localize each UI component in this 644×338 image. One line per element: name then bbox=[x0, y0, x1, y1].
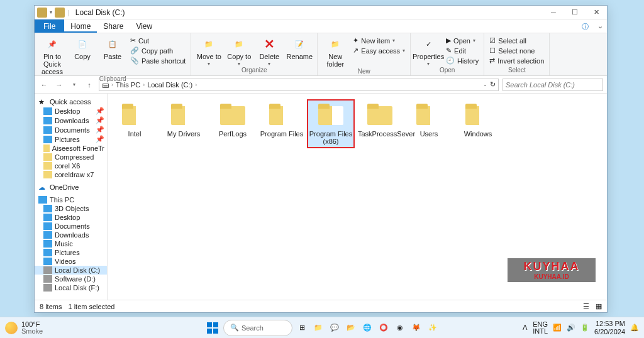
invert-selection-button[interactable]: ⇄Invert selection bbox=[488, 56, 545, 65]
tree-tppics[interactable]: Pictures bbox=[35, 248, 107, 257]
select-all-button[interactable]: ☑Select all bbox=[488, 36, 545, 45]
new-folder-button[interactable]: 📁New folder bbox=[321, 35, 349, 68]
select-none-button[interactable]: ☐Select none bbox=[488, 46, 545, 55]
tree-thispc[interactable]: This PC bbox=[35, 195, 107, 204]
tree-localc[interactable]: Local Disk (C:) bbox=[35, 266, 107, 275]
view-tab[interactable]: View bbox=[130, 19, 158, 33]
tree-compressed[interactable]: Compressed bbox=[35, 153, 107, 161]
home-tab[interactable]: Home bbox=[64, 19, 97, 33]
tree-tpdocs[interactable]: Documents bbox=[35, 222, 107, 231]
folder-pane[interactable]: Intel My Drivers PerfLogs Program Files … bbox=[108, 94, 607, 300]
folder-intel[interactable]: Intel bbox=[111, 100, 158, 148]
notifications-icon[interactable]: 🔔 bbox=[630, 324, 639, 332]
firefox-icon[interactable]: 🦊 bbox=[409, 321, 423, 335]
new-item-button[interactable]: ✦New item▾ bbox=[352, 36, 406, 45]
crumb-localc[interactable]: Local Disk (C:) bbox=[147, 81, 192, 89]
folder-mydrivers[interactable]: My Drivers bbox=[160, 100, 207, 148]
maximize-button[interactable]: ☐ bbox=[564, 6, 586, 19]
weather-cond: Smoke bbox=[21, 328, 43, 335]
tree-coreldraw[interactable]: coreldraw x7 bbox=[35, 170, 107, 179]
nav-tree[interactable]: ★Quick access Desktop📌 Downloads📌 Docume… bbox=[35, 94, 108, 300]
back-button[interactable]: ← bbox=[38, 79, 50, 90]
folder-taskprocess[interactable]: TaskProcessSever bbox=[357, 100, 403, 148]
tree-desktop[interactable]: Desktop📌 bbox=[35, 106, 107, 116]
tree-documents[interactable]: Documents📌 bbox=[35, 125, 107, 134]
wifi-icon[interactable]: 📶 bbox=[553, 324, 562, 332]
address-bar[interactable]: 🖴 › This PC › Local Disk (C:) › ⌄ ↻ bbox=[99, 79, 499, 91]
crumb-thispc[interactable]: This PC bbox=[116, 81, 140, 89]
folder-windows[interactable]: Windows bbox=[455, 100, 501, 148]
tree-onedrive[interactable]: ☁OneDrive bbox=[35, 183, 107, 192]
taskbar-search[interactable]: 🔍 Search bbox=[223, 320, 292, 336]
up-button[interactable]: ↑ bbox=[84, 79, 95, 90]
close-button[interactable]: ✕ bbox=[586, 6, 607, 19]
paste-button[interactable]: 📋Paste bbox=[99, 35, 126, 60]
tree-music[interactable]: Music bbox=[35, 239, 107, 248]
folder-programfiles-x86[interactable]: Program Files (x86) bbox=[308, 100, 354, 148]
view-large-icon[interactable]: ▦ bbox=[596, 302, 602, 310]
tree-videos[interactable]: Videos bbox=[35, 257, 107, 266]
open-button[interactable]: ▶Open▾ bbox=[445, 36, 480, 45]
lang-line1[interactable]: ENG bbox=[533, 321, 548, 328]
start-button[interactable] bbox=[204, 320, 221, 336]
volume-icon[interactable]: 🔊 bbox=[567, 324, 575, 332]
collapse-ribbon-icon[interactable]: ⌄ bbox=[594, 19, 607, 33]
folder-perflogs[interactable]: PerfLogs bbox=[209, 100, 256, 148]
shortcut-icon: 📎 bbox=[130, 57, 139, 65]
drive-icon: 🖴 bbox=[102, 81, 109, 89]
chrome-icon[interactable]: ⭕ bbox=[377, 321, 391, 335]
taskbar[interactable]: 100°F Smoke 🔍 Search ⊞ 📁 💬 📂 🌐 ⭕ ◉ 🦊 ✨ ᐱ… bbox=[0, 317, 644, 338]
share-tab[interactable]: Share bbox=[97, 19, 130, 33]
edit-button[interactable]: ✎Edit bbox=[445, 46, 480, 55]
view-details-icon[interactable]: ☰ bbox=[583, 302, 589, 310]
dell-icon[interactable]: ◉ bbox=[393, 321, 407, 335]
qat-dropdown-icon[interactable]: ▾ bbox=[50, 9, 52, 15]
history-dropdown[interactable]: ▾ bbox=[69, 79, 80, 90]
tree-quick-access[interactable]: ★Quick access bbox=[35, 97, 107, 106]
properties-button[interactable]: ✓Properties▾ bbox=[414, 35, 442, 67]
history-button[interactable]: 🕘History bbox=[445, 56, 480, 65]
folder-icon bbox=[55, 8, 65, 18]
explorer-icon[interactable]: 📁 bbox=[311, 321, 325, 335]
tree-3dobjects[interactable]: 3D Objects bbox=[35, 204, 107, 213]
move-to-button[interactable]: 📁Move to▾ bbox=[195, 35, 223, 67]
tree-aiseesoft[interactable]: Aiseesoft FoneTr bbox=[35, 144, 107, 153]
tree-tpdesktop[interactable]: Desktop bbox=[35, 213, 107, 222]
file-tab[interactable]: File bbox=[35, 19, 64, 33]
copilot-icon[interactable]: ✨ bbox=[426, 321, 440, 335]
tree-softd[interactable]: Software (D:) bbox=[35, 275, 107, 283]
copy-button[interactable]: 📄Copy bbox=[69, 35, 96, 60]
weather-widget[interactable]: 100°F Smoke bbox=[5, 321, 43, 335]
minimize-button[interactable]: ─ bbox=[543, 6, 564, 19]
tree-pictures[interactable]: Pictures📌 bbox=[35, 134, 107, 144]
edge-icon[interactable]: 🌐 bbox=[360, 321, 374, 335]
folder-icon bbox=[365, 102, 395, 128]
tray-chevron-icon[interactable]: ᐱ bbox=[523, 324, 528, 332]
battery-icon[interactable]: 🔋 bbox=[580, 324, 589, 332]
help-icon[interactable]: ⓘ bbox=[577, 19, 594, 33]
copy-to-button[interactable]: 📁Copy to▾ bbox=[225, 35, 253, 67]
explorer2-icon[interactable]: 📂 bbox=[344, 321, 358, 335]
tree-tpdown[interactable]: Downloads bbox=[35, 231, 107, 239]
folder-programfiles[interactable]: Program Files bbox=[258, 100, 305, 148]
easy-access-button[interactable]: ↗Easy access▾ bbox=[352, 46, 406, 55]
pin-button[interactable]: 📌Pin to Quick access bbox=[38, 35, 66, 75]
search-input[interactable] bbox=[502, 79, 603, 91]
clock[interactable]: 12:53 PM 6/20/2024 bbox=[594, 320, 625, 335]
rename-button[interactable]: 📝Rename bbox=[286, 35, 313, 60]
tree-corelx6[interactable]: corel X6 bbox=[35, 161, 107, 170]
delete-button[interactable]: ✕Delete▾ bbox=[255, 35, 283, 67]
teams-icon[interactable]: 💬 bbox=[328, 321, 341, 335]
tree-downloads[interactable]: Downloads📌 bbox=[35, 116, 107, 125]
refresh-icon[interactable]: ↻ bbox=[490, 80, 496, 89]
paste-shortcut-button[interactable]: 📎Paste shortcut bbox=[129, 56, 187, 65]
task-view-icon[interactable]: ⊞ bbox=[295, 321, 309, 335]
tree-localf[interactable]: Local Disk (F:) bbox=[35, 283, 107, 292]
forward-button[interactable]: → bbox=[53, 79, 65, 90]
folder-users[interactable]: Users bbox=[406, 100, 452, 148]
cut-button[interactable]: ✂Cut bbox=[129, 36, 187, 45]
lang-line2[interactable]: INTL bbox=[533, 328, 548, 335]
titlebar[interactable]: ▾ | Local Disk (C:) ─ ☐ ✕ bbox=[35, 6, 607, 19]
copy-path-button[interactable]: 🔗Copy path bbox=[129, 46, 187, 55]
addr-dropdown-icon[interactable]: ⌄ bbox=[483, 82, 487, 87]
